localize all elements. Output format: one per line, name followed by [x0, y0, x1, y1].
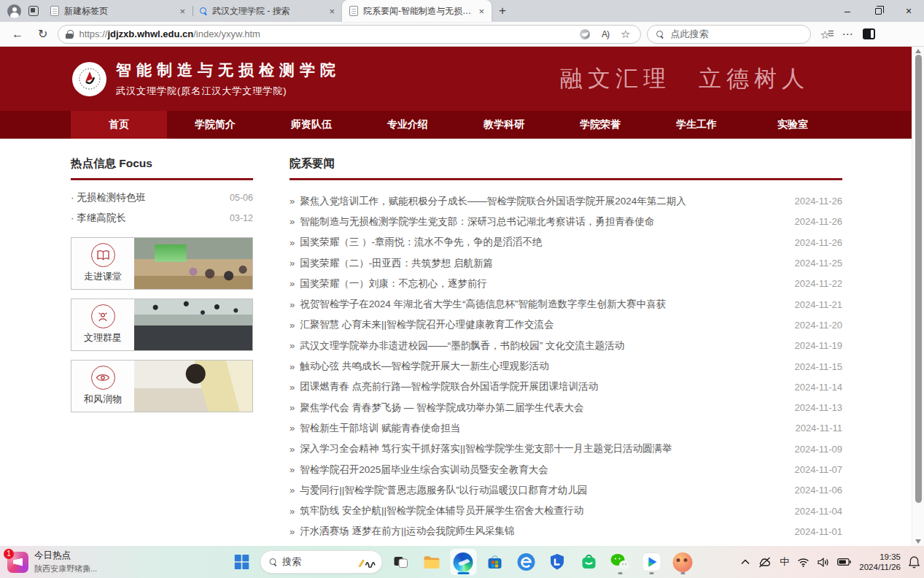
card-classroom[interactable]: 走进课堂 [71, 237, 253, 290]
news-item[interactable]: »国奖荣耀（一）刘康：不忘初心，逐梦前行2024-11-22 [290, 274, 842, 294]
card-label[interactable]: 走进课堂 [84, 270, 122, 283]
browser-e-icon[interactable] [513, 549, 539, 575]
tab-actions-icon[interactable] [28, 6, 39, 16]
tab-title[interactable]: 院系要闻-智能制造与无损检测学 [363, 5, 472, 18]
hot-item[interactable]: · 无损检测特色班 05-06 [71, 188, 253, 208]
profile-avatar-icon[interactable] [7, 4, 21, 18]
favorite-star-icon[interactable]: ☆ [621, 28, 630, 41]
edge-icon[interactable] [450, 549, 476, 575]
news-item[interactable]: »与爱同行||智检学院“普恩志愿服务队”以行动温暖汉口郡育才幼儿园2024-11… [290, 480, 842, 501]
task-view-button[interactable] [387, 549, 414, 575]
security-shield-icon[interactable] [544, 549, 570, 575]
news-item[interactable]: »国奖荣耀（二）-田亚西：共筑梦想 启航新篇2024-11-25 [290, 253, 842, 273]
card-reading[interactable]: 和风润物 [71, 360, 253, 412]
news-item[interactable]: »深入学习全会精神 笃行实干抓好落实||智检学院学生党支部十一月主题党日活动圆满… [290, 439, 842, 459]
hot-item-title[interactable]: · 无损检测特色班 [71, 191, 146, 204]
toolbar-search-box[interactable]: 点此搜索 [647, 25, 811, 44]
address-bar[interactable]: https://jdjzxb.whwl.edu.cn/index/yxyw.ht… [58, 25, 641, 44]
octopus-app-icon[interactable] [669, 549, 696, 575]
ime-indicator[interactable]: 中 [780, 555, 789, 569]
tencent-video-icon[interactable] [638, 549, 664, 575]
news-item[interactable]: »触动心弦 共鸣成长—智检学院开展大一新生心理观影活动2024-11-15 [290, 356, 842, 377]
sidebar-toggle-icon[interactable] [863, 28, 875, 39]
url-text[interactable]: https://jdjzxb.whwl.edu.cn/index/yxyw.ht… [79, 28, 574, 39]
news-item[interactable]: »聚焦学代会 青春梦飞扬 — 智检学院成功举办第二届学生代表大会2024-11-… [290, 397, 842, 417]
nav-item-home[interactable]: 首页 [71, 111, 167, 139]
news-item[interactable]: »祝贺智检学子在2024 年湖北省大学生“高德信息杯”智能制造数字孪生创新大赛中… [290, 294, 842, 315]
nav-item-student-work[interactable]: 学生工作 [648, 111, 745, 139]
news-item[interactable]: »智检新生干部培训 赋能青春使命担当2024-11-11 [290, 418, 842, 439]
news-item[interactable]: »筑牢防线 安全护航||智检学院全体辅导员开展学生宿舍大检查行动2024-11-… [290, 501, 842, 521]
news-title[interactable]: 智检学院召开2025届毕业生综合实训动员暨安全教育大会 [300, 463, 781, 477]
taskbar-search-box[interactable]: 搜索 [260, 550, 382, 574]
battery-icon[interactable] [837, 558, 851, 566]
tab-close-icon[interactable]: × [178, 6, 187, 17]
news-title[interactable]: 国奖荣耀（二）-田亚西：共筑梦想 启航新篇 [300, 257, 781, 270]
tab-title[interactable]: 新建标签页 [64, 5, 173, 18]
news-title[interactable]: 国奖荣耀（三 ）-章雨悦：流水不争先，争的是滔滔不绝 [300, 236, 781, 249]
nav-item-teaching[interactable]: 教学科研 [456, 111, 552, 139]
refresh-button[interactable]: ↻ [34, 27, 52, 41]
news-title[interactable]: 筑牢防线 安全护航||智检学院全体辅导员开展学生宿舍大检查行动 [300, 504, 781, 517]
edge-grey-icon[interactable] [580, 29, 590, 39]
news-title[interactable]: 祝贺智检学子在2024 年湖北省大学生“高德信息杯”智能制造数字孪生创新大赛中喜… [300, 298, 781, 311]
college-logo[interactable] [72, 62, 106, 96]
app-bag-icon[interactable] [575, 549, 602, 575]
tab-active-news[interactable]: 院系要闻-智能制造与无损检测学 × [342, 0, 492, 22]
news-title[interactable]: 团课燃青春 点亮前行路—智检学院联合外国语学院开展团课培训活动 [300, 380, 781, 393]
reading-photo[interactable] [134, 361, 252, 412]
news-item[interactable]: »智能制造与无损检测学院学生党支部：深研习总书记湖北考察讲话，勇担青春使命202… [290, 212, 842, 232]
scroll-thumb[interactable] [915, 55, 922, 503]
microsoft-store-icon[interactable] [481, 549, 508, 575]
nav-item-lab[interactable]: 实验室 [745, 111, 841, 139]
news-title[interactable]: 国奖荣耀（一）刘康：不忘初心，逐梦前行 [300, 277, 781, 290]
read-aloud-icon[interactable]: A) [602, 29, 609, 39]
news-title[interactable]: 触动心弦 共鸣成长—智检学院开展大一新生心理观影活动 [300, 360, 781, 373]
tab-close-icon[interactable]: × [327, 6, 336, 17]
news-title[interactable]: 聚焦入党培训工作，赋能积极分子成长——智检学院联合外国语学院开展2024年第二期… [300, 195, 781, 208]
tab-title[interactable]: 武汉文理学院 - 搜索 [212, 5, 322, 18]
news-title[interactable]: 汗水洒赛场 逐梦在前方||运动会我院师生风采集锦 [300, 525, 781, 538]
nav-item-about[interactable]: 学院简介 [167, 111, 263, 139]
news-item[interactable]: »汗水洒赛场 逐梦在前方||运动会我院师生风采集锦2024-11-01 [290, 521, 842, 542]
lock-icon[interactable] [66, 30, 73, 39]
news-item[interactable]: »汇聚智慧 心育未来||智检学院召开心理健康教育工作交流会2024-11-20 [290, 315, 842, 335]
news-title[interactable]: 聚焦学代会 青春梦飞扬 — 智检学院成功举办第二届学生代表大会 [300, 401, 781, 415]
card-label[interactable]: 文理群星 [84, 331, 122, 344]
news-item[interactable]: »武汉文理学院举办非遗进校园——“墨韵飘香，书韵校园” 文化交流主题活动2024… [290, 336, 842, 356]
news-item[interactable]: »智检学院召开2025届毕业生综合实训动员暨安全教育大会2024-11-07 [290, 459, 842, 479]
news-widget[interactable]: 1 今日热点 陕西安康野猪撕... [7, 550, 97, 574]
news-title[interactable]: 智检新生干部培训 赋能青春使命担当 [300, 422, 782, 435]
scroll-track[interactable] [912, 53, 924, 539]
taskbar-clock[interactable]: 19:35 2024/11/26 [859, 552, 901, 572]
new-tab-button[interactable]: + [492, 4, 513, 18]
news-item[interactable]: »国奖荣耀（三 ）-章雨悦：流水不争先，争的是滔滔不绝2024-11-26 [290, 232, 842, 253]
scroll-down-icon[interactable] [915, 539, 921, 544]
window-minimize-button[interactable]: – [832, 0, 863, 22]
onedrive-cloud-icon[interactable] [758, 557, 772, 568]
classroom-photo[interactable] [134, 238, 252, 289]
page-scrollbar[interactable] [912, 47, 924, 546]
window-restore-button[interactable] [863, 0, 893, 22]
volume-icon[interactable] [818, 558, 829, 567]
news-title[interactable]: 智能制造与无损检测学院学生党支部：深研习总书记湖北考察讲话，勇担青春使命 [300, 215, 781, 228]
wifi-icon[interactable] [797, 558, 810, 567]
card-label[interactable]: 和风润物 [84, 393, 122, 406]
more-menu-icon[interactable]: ⋯ [842, 28, 853, 41]
wechat-icon[interactable] [607, 549, 633, 575]
news-title[interactable]: 武汉文理学院举办非遗进校园——“墨韵飘香，书韵校园” 文化交流主题活动 [300, 339, 781, 352]
hot-item[interactable]: · 李继高院长 03-12 [71, 208, 253, 228]
hot-item-title[interactable]: · 李继高院长 [71, 212, 126, 225]
window-close-button[interactable]: × [893, 0, 924, 22]
news-title[interactable]: 与爱同行||智检学院“普恩志愿服务队”以行动温暖汉口郡育才幼儿园 [300, 484, 781, 497]
nav-item-honors[interactable]: 学院荣誉 [552, 111, 648, 139]
news-item[interactable]: »团课燃青春 点亮前行路—智检学院联合外国语学院开展团课培训活动2024-11-… [290, 377, 842, 397]
news-item[interactable]: »聚焦入党培训工作，赋能积极分子成长——智检学院联合外国语学院开展2024年第二… [290, 191, 842, 212]
back-button[interactable]: ← [7, 28, 28, 41]
collections-icon[interactable]: ☆ [820, 28, 831, 40]
file-explorer-icon[interactable] [419, 549, 445, 575]
start-button[interactable] [228, 549, 255, 575]
tab-search[interactable]: 武汉文理学院 - 搜索 × [193, 0, 342, 22]
nav-item-majors[interactable]: 专业介绍 [360, 111, 456, 139]
notification-bell-icon[interactable] [909, 556, 920, 569]
